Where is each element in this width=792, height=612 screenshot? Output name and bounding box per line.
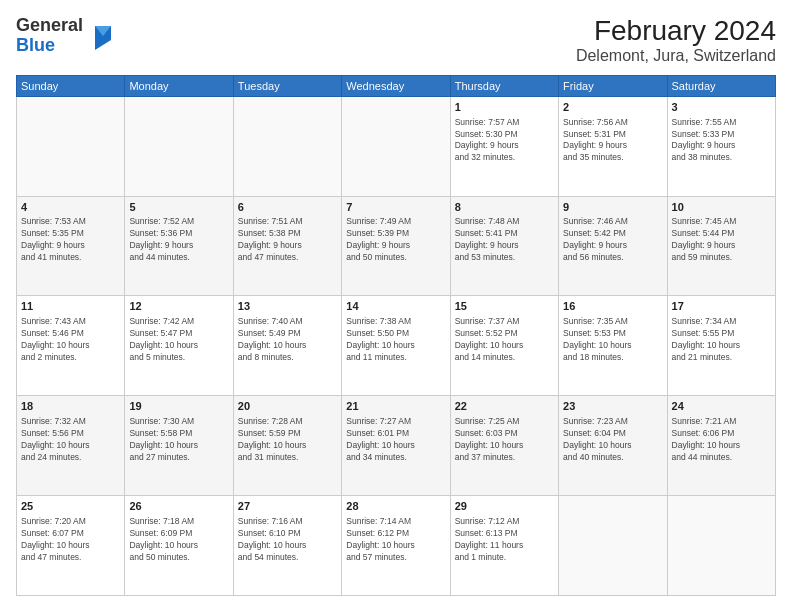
day-info: Sunrise: 7:51 AM Sunset: 5:38 PM Dayligh…: [238, 216, 337, 264]
table-row: 15Sunrise: 7:37 AM Sunset: 5:52 PM Dayli…: [450, 296, 558, 396]
day-info: Sunrise: 7:52 AM Sunset: 5:36 PM Dayligh…: [129, 216, 228, 264]
table-row: 25Sunrise: 7:20 AM Sunset: 6:07 PM Dayli…: [17, 496, 125, 596]
day-number: 7: [346, 200, 445, 215]
day-number: 26: [129, 499, 228, 514]
day-number: 20: [238, 399, 337, 414]
day-number: 23: [563, 399, 662, 414]
day-info: Sunrise: 7:42 AM Sunset: 5:47 PM Dayligh…: [129, 316, 228, 364]
table-row: 19Sunrise: 7:30 AM Sunset: 5:58 PM Dayli…: [125, 396, 233, 496]
table-row: 11Sunrise: 7:43 AM Sunset: 5:46 PM Dayli…: [17, 296, 125, 396]
table-row: 7Sunrise: 7:49 AM Sunset: 5:39 PM Daylig…: [342, 196, 450, 296]
table-row: [342, 96, 450, 196]
table-row: 27Sunrise: 7:16 AM Sunset: 6:10 PM Dayli…: [233, 496, 341, 596]
day-info: Sunrise: 7:21 AM Sunset: 6:06 PM Dayligh…: [672, 416, 771, 464]
table-row: 13Sunrise: 7:40 AM Sunset: 5:49 PM Dayli…: [233, 296, 341, 396]
day-number: 9: [563, 200, 662, 215]
table-row: 14Sunrise: 7:38 AM Sunset: 5:50 PM Dayli…: [342, 296, 450, 396]
table-row: 24Sunrise: 7:21 AM Sunset: 6:06 PM Dayli…: [667, 396, 775, 496]
table-row: 26Sunrise: 7:18 AM Sunset: 6:09 PM Dayli…: [125, 496, 233, 596]
logo-text: General Blue: [16, 16, 83, 56]
page: General Blue February 2024 Delemont, Jur…: [0, 0, 792, 612]
main-title: February 2024: [576, 16, 776, 47]
calendar-week-3: 11Sunrise: 7:43 AM Sunset: 5:46 PM Dayli…: [17, 296, 776, 396]
table-row: 2Sunrise: 7:56 AM Sunset: 5:31 PM Daylig…: [559, 96, 667, 196]
day-number: 8: [455, 200, 554, 215]
table-row: [233, 96, 341, 196]
day-info: Sunrise: 7:25 AM Sunset: 6:03 PM Dayligh…: [455, 416, 554, 464]
table-row: 8Sunrise: 7:48 AM Sunset: 5:41 PM Daylig…: [450, 196, 558, 296]
table-row: [667, 496, 775, 596]
day-info: Sunrise: 7:18 AM Sunset: 6:09 PM Dayligh…: [129, 516, 228, 564]
title-block: February 2024 Delemont, Jura, Switzerlan…: [576, 16, 776, 65]
table-row: 17Sunrise: 7:34 AM Sunset: 5:55 PM Dayli…: [667, 296, 775, 396]
day-info: Sunrise: 7:40 AM Sunset: 5:49 PM Dayligh…: [238, 316, 337, 364]
day-info: Sunrise: 7:16 AM Sunset: 6:10 PM Dayligh…: [238, 516, 337, 564]
table-row: 29Sunrise: 7:12 AM Sunset: 6:13 PM Dayli…: [450, 496, 558, 596]
table-row: 20Sunrise: 7:28 AM Sunset: 5:59 PM Dayli…: [233, 396, 341, 496]
calendar-week-4: 18Sunrise: 7:32 AM Sunset: 5:56 PM Dayli…: [17, 396, 776, 496]
day-number: 28: [346, 499, 445, 514]
day-info: Sunrise: 7:14 AM Sunset: 6:12 PM Dayligh…: [346, 516, 445, 564]
col-thursday: Thursday: [450, 75, 558, 96]
day-info: Sunrise: 7:53 AM Sunset: 5:35 PM Dayligh…: [21, 216, 120, 264]
day-number: 10: [672, 200, 771, 215]
day-info: Sunrise: 7:38 AM Sunset: 5:50 PM Dayligh…: [346, 316, 445, 364]
day-number: 27: [238, 499, 337, 514]
day-number: 1: [455, 100, 554, 115]
day-number: 5: [129, 200, 228, 215]
table-row: 18Sunrise: 7:32 AM Sunset: 5:56 PM Dayli…: [17, 396, 125, 496]
calendar-week-1: 1Sunrise: 7:57 AM Sunset: 5:30 PM Daylig…: [17, 96, 776, 196]
table-row: 23Sunrise: 7:23 AM Sunset: 6:04 PM Dayli…: [559, 396, 667, 496]
col-friday: Friday: [559, 75, 667, 96]
table-row: 10Sunrise: 7:45 AM Sunset: 5:44 PM Dayli…: [667, 196, 775, 296]
header: General Blue February 2024 Delemont, Jur…: [16, 16, 776, 65]
day-info: Sunrise: 7:34 AM Sunset: 5:55 PM Dayligh…: [672, 316, 771, 364]
day-number: 18: [21, 399, 120, 414]
table-row: [17, 96, 125, 196]
calendar-header-row: Sunday Monday Tuesday Wednesday Thursday…: [17, 75, 776, 96]
day-info: Sunrise: 7:23 AM Sunset: 6:04 PM Dayligh…: [563, 416, 662, 464]
day-number: 6: [238, 200, 337, 215]
table-row: 28Sunrise: 7:14 AM Sunset: 6:12 PM Dayli…: [342, 496, 450, 596]
table-row: [559, 496, 667, 596]
day-number: 19: [129, 399, 228, 414]
day-info: Sunrise: 7:56 AM Sunset: 5:31 PM Dayligh…: [563, 117, 662, 165]
day-info: Sunrise: 7:20 AM Sunset: 6:07 PM Dayligh…: [21, 516, 120, 564]
col-saturday: Saturday: [667, 75, 775, 96]
day-info: Sunrise: 7:35 AM Sunset: 5:53 PM Dayligh…: [563, 316, 662, 364]
day-info: Sunrise: 7:37 AM Sunset: 5:52 PM Dayligh…: [455, 316, 554, 364]
day-number: 3: [672, 100, 771, 115]
table-row: 4Sunrise: 7:53 AM Sunset: 5:35 PM Daylig…: [17, 196, 125, 296]
day-info: Sunrise: 7:48 AM Sunset: 5:41 PM Dayligh…: [455, 216, 554, 264]
calendar-table: Sunday Monday Tuesday Wednesday Thursday…: [16, 75, 776, 596]
calendar-week-5: 25Sunrise: 7:20 AM Sunset: 6:07 PM Dayli…: [17, 496, 776, 596]
subtitle: Delemont, Jura, Switzerland: [576, 47, 776, 65]
day-number: 25: [21, 499, 120, 514]
day-number: 15: [455, 299, 554, 314]
calendar-week-2: 4Sunrise: 7:53 AM Sunset: 5:35 PM Daylig…: [17, 196, 776, 296]
logo: General Blue: [16, 16, 113, 56]
day-number: 4: [21, 200, 120, 215]
day-info: Sunrise: 7:12 AM Sunset: 6:13 PM Dayligh…: [455, 516, 554, 564]
day-info: Sunrise: 7:49 AM Sunset: 5:39 PM Dayligh…: [346, 216, 445, 264]
table-row: [125, 96, 233, 196]
day-info: Sunrise: 7:45 AM Sunset: 5:44 PM Dayligh…: [672, 216, 771, 264]
day-info: Sunrise: 7:27 AM Sunset: 6:01 PM Dayligh…: [346, 416, 445, 464]
col-wednesday: Wednesday: [342, 75, 450, 96]
col-sunday: Sunday: [17, 75, 125, 96]
day-number: 29: [455, 499, 554, 514]
day-number: 21: [346, 399, 445, 414]
day-number: 11: [21, 299, 120, 314]
table-row: 12Sunrise: 7:42 AM Sunset: 5:47 PM Dayli…: [125, 296, 233, 396]
day-info: Sunrise: 7:46 AM Sunset: 5:42 PM Dayligh…: [563, 216, 662, 264]
day-number: 13: [238, 299, 337, 314]
table-row: 6Sunrise: 7:51 AM Sunset: 5:38 PM Daylig…: [233, 196, 341, 296]
day-number: 2: [563, 100, 662, 115]
table-row: 5Sunrise: 7:52 AM Sunset: 5:36 PM Daylig…: [125, 196, 233, 296]
day-number: 24: [672, 399, 771, 414]
day-info: Sunrise: 7:30 AM Sunset: 5:58 PM Dayligh…: [129, 416, 228, 464]
day-info: Sunrise: 7:28 AM Sunset: 5:59 PM Dayligh…: [238, 416, 337, 464]
col-tuesday: Tuesday: [233, 75, 341, 96]
day-info: Sunrise: 7:57 AM Sunset: 5:30 PM Dayligh…: [455, 117, 554, 165]
table-row: 9Sunrise: 7:46 AM Sunset: 5:42 PM Daylig…: [559, 196, 667, 296]
